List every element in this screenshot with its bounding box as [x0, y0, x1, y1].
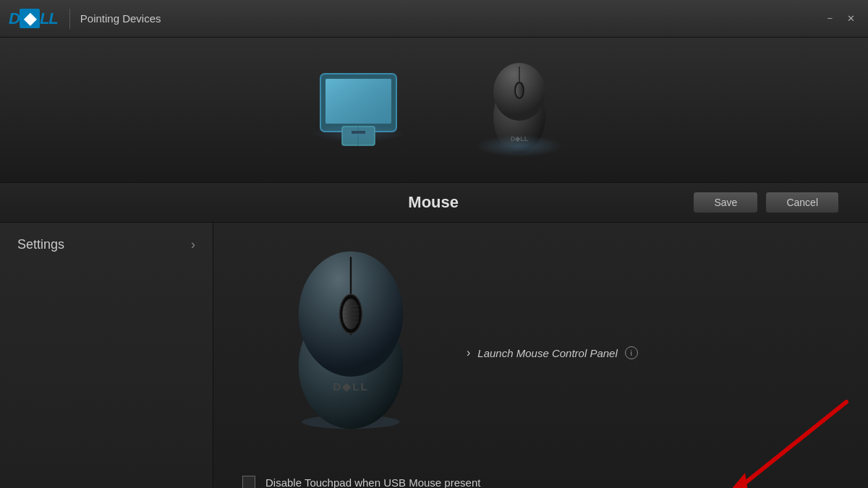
- bottom-area: Disable Touchpad when USB Mouse present: [213, 461, 868, 488]
- device-header: D◆LL: [0, 38, 868, 182]
- close-button[interactable]: ✕: [843, 12, 859, 25]
- launch-link-label: Launch Mouse Control Panel: [477, 347, 617, 359]
- launch-mouse-control-panel-link[interactable]: › Launch Mouse Control Panel i: [467, 346, 825, 359]
- launch-chevron-icon: ›: [467, 346, 470, 359]
- title-bar: D◆LL Pointing Devices − ✕: [0, 0, 868, 38]
- disable-touchpad-checkbox[interactable]: [242, 476, 255, 488]
- sidebar: Settings ›: [0, 223, 213, 488]
- dell-logo: D◆LL: [9, 9, 58, 28]
- mouse-header-icon-container[interactable]: D◆LL: [487, 56, 552, 164]
- sidebar-chevron-icon: ›: [191, 237, 195, 252]
- right-panel: D◆LL: [213, 223, 868, 488]
- save-button[interactable]: Save: [693, 192, 758, 213]
- sidebar-item-settings[interactable]: Settings ›: [0, 223, 213, 267]
- title-separator: [69, 9, 70, 29]
- touchpad-device-icon[interactable]: [317, 70, 400, 150]
- cancel-button[interactable]: Cancel: [765, 192, 839, 213]
- disable-touchpad-label: Disable Touchpad when USB Mouse present: [265, 476, 480, 489]
- action-buttons: Save Cancel: [693, 192, 839, 213]
- main-content: Settings ›: [0, 223, 868, 488]
- info-icon[interactable]: i: [625, 346, 638, 359]
- minimize-button[interactable]: −: [822, 12, 837, 25]
- svg-marker-25: [727, 473, 749, 488]
- window-controls: − ✕: [822, 12, 859, 25]
- svg-text:D◆LL: D◆LL: [333, 380, 369, 393]
- mouse-large-svg-icon: D◆LL: [278, 244, 423, 432]
- title-buttons-row: Mouse Save Cancel: [0, 182, 868, 223]
- sidebar-settings-label: Settings: [17, 237, 64, 252]
- launch-area: › Launch Mouse Control Panel i: [423, 317, 825, 359]
- svg-rect-2: [326, 79, 391, 124]
- window-title: Pointing Devices: [80, 12, 823, 25]
- svg-point-10: [516, 83, 523, 98]
- mouse-visual-area: D◆LL: [213, 223, 868, 454]
